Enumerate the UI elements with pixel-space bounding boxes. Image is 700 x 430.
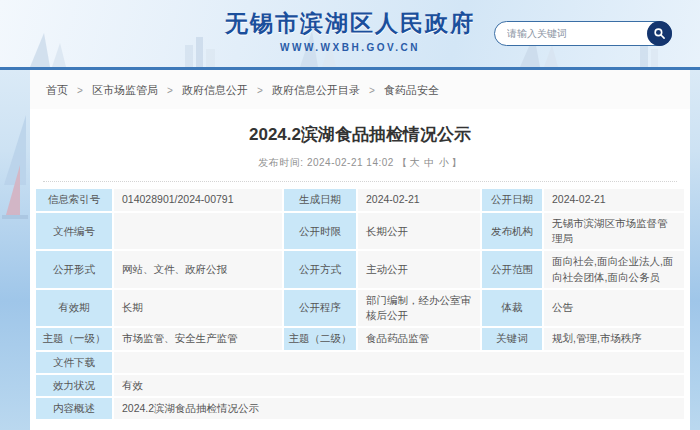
- meta-value-keywords: 规划,管理,市场秩序: [544, 328, 684, 349]
- font-controls-open-bracket: 【: [397, 157, 408, 168]
- font-controls-close-bracket: 】: [451, 157, 462, 168]
- meta-label-summary: 内容概述: [36, 398, 112, 419]
- meta-value-topic-level1: 市场监管、安全生产监管: [114, 328, 282, 349]
- meta-value-open-form: 网站、文件、政府公报: [114, 251, 282, 287]
- publish-time-label: 发布时间:: [258, 157, 307, 168]
- breadcrumb-separator: >: [369, 85, 375, 96]
- meta-value-procedure: 部门编制，经办公室审核后公开: [358, 290, 480, 326]
- meta-value-summary: 2024.2滨湖食品抽检情况公示: [114, 398, 684, 419]
- meta-value-doc-number: [114, 213, 282, 249]
- meta-value-open-mode: 主动公开: [358, 251, 480, 287]
- meta-row-validity: 有效期 长期 公开程序 部门编制，经办公室审核后公开 体裁 公告: [36, 290, 684, 326]
- meta-label-index-number: 信息索引号: [36, 189, 112, 211]
- publish-info: 发布时间: 2024-02-21 14:02 【大中小】: [30, 156, 690, 170]
- meta-label-download: 文件下载: [36, 352, 112, 373]
- search-input[interactable]: [495, 28, 647, 39]
- meta-row-effect-status: 效力状况 有效: [36, 375, 684, 396]
- page-title: 2024.2滨湖食品抽检情况公示: [40, 123, 680, 146]
- meta-row-summary: 内容概述 2024.2滨湖食品抽检情况公示: [36, 398, 684, 419]
- meta-row-open-form: 公开形式 网站、文件、政府公报 公开方式 主动公开 公开范围 面向社会,面向企业…: [36, 251, 684, 287]
- breadcrumb-gov-info-disclosure[interactable]: 政府信息公开: [182, 84, 248, 96]
- meta-label-open-date: 公开日期: [482, 189, 542, 211]
- meta-value-publisher: 无锡市滨湖区市场监督管理局: [544, 213, 684, 249]
- breadcrumb-separator: >: [77, 85, 83, 96]
- meta-label-validity: 有效期: [36, 290, 112, 326]
- meta-label-open-scope: 公开范围: [482, 251, 542, 287]
- meta-value-effect-status: 有效: [114, 375, 684, 396]
- meta-label-topic-level2: 主题（二级）: [284, 328, 356, 349]
- meta-value-open-scope: 面向社会,面向企业法人,面向社会团体,面向公务员: [544, 251, 684, 287]
- meta-value-download: [114, 352, 684, 373]
- breadcrumb-separator: >: [257, 85, 263, 96]
- breadcrumb-disclosure-catalog[interactable]: 政府信息公开目录: [272, 84, 360, 96]
- meta-label-open-form: 公开形式: [36, 251, 112, 287]
- meta-label-open-mode: 公开方式: [284, 251, 356, 287]
- meta-row-index: 信息索引号 014028901/2024-00791 生成日期 2024-02-…: [36, 189, 684, 211]
- meta-value-open-term: 长期公开: [358, 213, 480, 249]
- breadcrumb-food-drug-safety[interactable]: 食药品安全: [384, 84, 439, 96]
- meta-label-doc-number: 文件编号: [36, 213, 112, 249]
- site-search: [494, 21, 672, 46]
- meta-table: 信息索引号 014028901/2024-00791 生成日期 2024-02-…: [34, 187, 686, 421]
- meta-value-validity: 长期: [114, 290, 282, 326]
- meta-row-doc-number: 文件编号 公开时限 长期公开 发布机构 无锡市滨湖区市场监督管理局: [36, 213, 684, 249]
- breadcrumb-market-bureau[interactable]: 区市场监管局: [92, 84, 158, 96]
- meta-label-effect-status: 效力状况: [36, 375, 112, 396]
- breadcrumb-home[interactable]: 首页: [46, 84, 68, 96]
- meta-label-topic-level1: 主题（一级）: [36, 328, 112, 349]
- search-icon: [653, 27, 666, 40]
- meta-label-procedure: 公开程序: [284, 290, 356, 326]
- breadcrumb: 首页 > 区市场监管局 > 政府信息公开 > 政府信息公开目录 > 食药品安全: [30, 70, 690, 109]
- meta-label-generate-date: 生成日期: [284, 189, 356, 211]
- font-size-small-button[interactable]: 小: [439, 157, 450, 168]
- meta-label-genre: 体裁: [482, 290, 542, 326]
- meta-label-open-term: 公开时限: [284, 213, 356, 249]
- meta-label-publisher: 发布机构: [482, 213, 542, 249]
- site-banner: 无锡市滨湖区人民政府 WWW.WXBH.GOV.CN: [0, 0, 700, 67]
- background-sail-decoration: [0, 95, 30, 245]
- dotted-divider: [43, 181, 677, 182]
- meta-row-download: 文件下载: [36, 352, 684, 373]
- meta-row-topics: 主题（一级） 市场监管、安全生产监管 主题（二级） 食品药品监管 关键词 规划,…: [36, 328, 684, 349]
- font-size-large-button[interactable]: 大: [410, 157, 421, 168]
- content-card: 首页 > 区市场监管局 > 政府信息公开 > 政府信息公开目录 > 食药品安全 …: [30, 70, 690, 430]
- meta-value-generate-date: 2024-02-21: [358, 189, 480, 211]
- breadcrumb-separator: >: [167, 85, 173, 96]
- publish-time-value: 2024-02-21 14:02: [307, 157, 394, 168]
- meta-value-genre: 公告: [544, 290, 684, 326]
- search-button[interactable]: [647, 21, 672, 46]
- meta-value-topic-level2: 食品药品监管: [358, 328, 480, 349]
- meta-value-open-date: 2024-02-21: [544, 189, 684, 211]
- meta-label-keywords: 关键词: [482, 328, 542, 349]
- meta-value-index-number: 014028901/2024-00791: [114, 189, 282, 211]
- font-size-medium-button[interactable]: 中: [424, 157, 435, 168]
